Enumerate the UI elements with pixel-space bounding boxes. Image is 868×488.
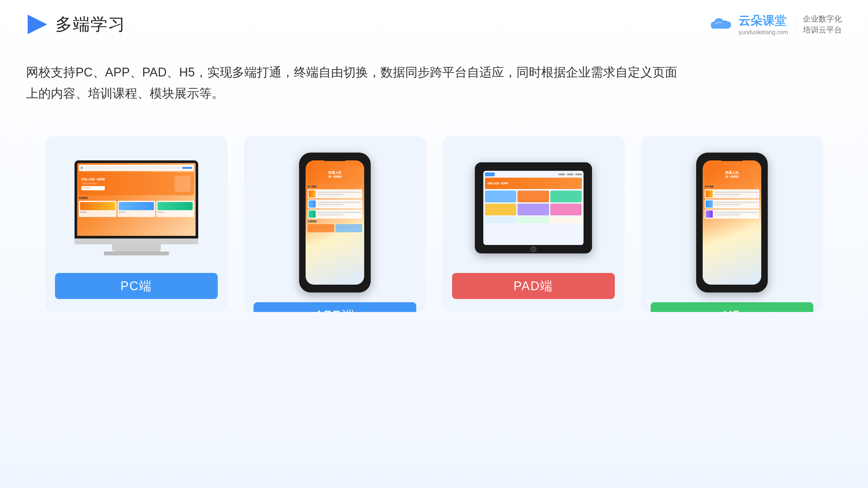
pad-frame: 职通人的第一堂网课: [475, 162, 592, 254]
h5-phone-frame: 联通人的 第一堂网课 近年课程: [696, 153, 768, 292]
phone-frame: 职通人的 第一堂网课 热门课程: [299, 153, 371, 292]
pc-device-image: 职通人的第一堂网课 打通职业成长路径 立即学习 近期课程 培训课: [55, 153, 218, 263]
pad-label: PAD端: [452, 273, 615, 299]
h5-phone: 联通人的 第一堂网课 近年课程: [696, 153, 768, 292]
page-title: 多端学习: [55, 13, 126, 36]
vertical-divider: [796, 14, 796, 34]
tagline1: 企业数字化: [803, 14, 842, 24]
description-line2: 上的内容、培训课程、模块展示等。: [26, 83, 755, 104]
pad-device-image: 职通人的第一堂网课: [452, 153, 615, 263]
h5-device-image: 联通人的 第一堂网课 近年课程: [651, 153, 813, 292]
play-icon: [26, 13, 49, 36]
cards-container: 职通人的第一堂网课 打通职业成长路径 立即学习 近期课程 培训课: [0, 104, 868, 312]
monitor-screen-inner: 职通人的第一堂网课 打通职业成长路径 立即学习 近期课程 培训课: [77, 163, 195, 236]
monitor-stand: [74, 238, 198, 244]
pad-device: 职通人的第一堂网课: [475, 162, 592, 254]
right-taglines: 企业数字化 培训云平台: [803, 14, 842, 35]
pad-home-button: [530, 246, 536, 252]
monitor-foot: [104, 252, 169, 255]
logo-left: 多端学习: [26, 13, 126, 36]
pad-card: 职通人的第一堂网课: [442, 136, 625, 312]
monitor-base: [112, 244, 161, 252]
phone-screen: 职通人的 第一堂网课 热门课程: [306, 160, 364, 285]
phone-notch: [322, 156, 348, 161]
description-block: 网校支持PC、APP、PAD、H5，实现多端打通，终端自由切换，数据同步跨平台自…: [0, 36, 781, 104]
page-header: 多端学习 云朵课堂 yunduoketang.com 企业数字化 培训云平台: [0, 0, 868, 36]
ydk-logo: 云朵课堂 yunduoketang.com 企业数字化 培训云平台: [709, 13, 842, 36]
app-phone: 职通人的 第一堂网课 热门课程: [299, 153, 371, 292]
h5-card: 联通人的 第一堂网课 近年课程: [641, 136, 823, 312]
cloud-icon: [709, 15, 735, 33]
h5-label: H5: [651, 302, 813, 312]
ydk-url: yunduoketang.com: [739, 29, 788, 36]
app-card: 职通人的 第一堂网课 热门课程: [244, 136, 426, 312]
h5-phone-notch: [719, 156, 745, 161]
description-line1: 网校支持PC、APP、PAD、H5，实现多端打通，终端自由切换，数据同步跨平台自…: [26, 62, 755, 83]
pad-screen: 职通人的第一堂网课: [483, 171, 584, 245]
svg-marker-0: [28, 14, 47, 34]
ydk-name: 云朵课堂: [739, 13, 788, 29]
monitor-screen: 职通人的第一堂网课 打通职业成长路径 立即学习 近期课程 培训课: [74, 160, 198, 238]
tagline2: 培训云平台: [803, 25, 842, 35]
pc-label: PC端: [55, 273, 218, 299]
pc-card: 职通人的第一堂网课 打通职业成长路径 立即学习 近期课程 培训课: [45, 136, 227, 312]
h5-phone-screen: 联通人的 第一堂网课 近年课程: [703, 160, 761, 285]
app-label: APP端: [253, 302, 416, 312]
pc-monitor: 职通人的第一堂网课 打通职业成长路径 立即学习 近期课程 培训课: [74, 160, 198, 255]
app-device-image: 职通人的 第一堂网课 热门课程: [253, 153, 416, 292]
ydk-text-group: 云朵课堂 yunduoketang.com: [739, 13, 788, 36]
